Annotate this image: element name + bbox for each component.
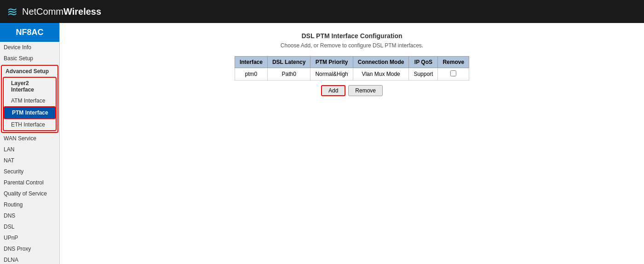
sidebar-item-basic-setup[interactable]: Basic Setup <box>0 53 59 64</box>
logo-area: ≋ NetCommWireless <box>7 4 101 19</box>
logo-wireless: Wireless <box>63 6 101 17</box>
sidebar-item-ptm-interface[interactable]: PTM Interface <box>4 106 56 119</box>
col-header-interface: Interface <box>235 57 267 68</box>
sidebar-item-dns[interactable]: DNS <box>0 210 59 221</box>
cell-remove-checkbox[interactable] <box>438 68 469 80</box>
sidebar-item-device-info[interactable]: Device Info <box>0 42 59 53</box>
col-header-remove: Remove <box>438 57 469 68</box>
content-area: DSL PTM Interface Configuration Choose A… <box>60 23 644 264</box>
sidebar-item-nat[interactable]: NAT <box>0 155 59 166</box>
sidebar-item-dns-proxy[interactable]: DNS Proxy <box>0 243 59 254</box>
sidebar-item-advanced-setup[interactable]: Advanced Setup <box>2 66 58 77</box>
logo-text: NetCommWireless <box>22 6 101 17</box>
remove-checkbox[interactable] <box>450 70 456 76</box>
cell-connection-mode: Vlan Mux Mode <box>353 68 409 80</box>
table-row: ptm0 Path0 Normal&High Vlan Mux Mode Sup… <box>235 68 469 80</box>
remove-button[interactable]: Remove <box>348 85 383 96</box>
col-header-dsl-latency: DSL Latency <box>267 57 310 68</box>
sidebar-item-wan-service[interactable]: WAN Service <box>0 133 59 144</box>
logo-netcomm: NetComm <box>22 6 63 17</box>
col-header-connection-mode: Connection Mode <box>353 57 409 68</box>
sidebar-item-eth-interface[interactable]: ETH Interface <box>4 119 56 130</box>
sidebar-item-routing[interactable]: Routing <box>0 199 59 210</box>
sidebar-item-upnp[interactable]: UPnP <box>0 232 59 243</box>
page-subtitle: Choose Add, or Remove to configure DSL P… <box>69 42 635 49</box>
sidebar-item-dlna[interactable]: DLNA <box>0 254 59 264</box>
sidebar-item-parental-control[interactable]: Parental Control <box>0 177 59 188</box>
sidebar-item-security[interactable]: Security <box>0 166 59 177</box>
col-header-ip-qos: IP QoS <box>409 57 438 68</box>
cell-ip-qos: Support <box>409 68 438 80</box>
header: ≋ NetCommWireless <box>0 0 644 23</box>
cell-interface: ptm0 <box>235 68 267 80</box>
sidebar-brand[interactable]: NF8AC <box>0 23 59 42</box>
sidebar: NF8AC Device Info Basic Setup Advanced S… <box>0 23 60 264</box>
sidebar-item-atm-interface[interactable]: ATM Interface <box>4 95 56 106</box>
sidebar-item-quality-of-service[interactable]: Quality of Service <box>0 188 59 199</box>
main-layout: NF8AC Device Info Basic Setup Advanced S… <box>0 23 644 264</box>
button-row: Add Remove <box>69 85 635 96</box>
page-title: DSL PTM Interface Configuration <box>69 32 635 40</box>
cell-dsl-latency: Path0 <box>267 68 310 80</box>
netcomm-logo-icon: ≋ <box>7 4 17 19</box>
add-button[interactable]: Add <box>321 85 345 96</box>
sidebar-item-lan[interactable]: LAN <box>0 144 59 155</box>
sidebar-item-dsl[interactable]: DSL <box>0 221 59 232</box>
sidebar-item-layer2-interface[interactable]: Layer2 Interface <box>4 78 56 95</box>
col-header-ptm-priority: PTM Priority <box>310 57 353 68</box>
ptm-config-table: Interface DSL Latency PTM Priority Conne… <box>235 56 469 80</box>
cell-ptm-priority: Normal&High <box>310 68 353 80</box>
